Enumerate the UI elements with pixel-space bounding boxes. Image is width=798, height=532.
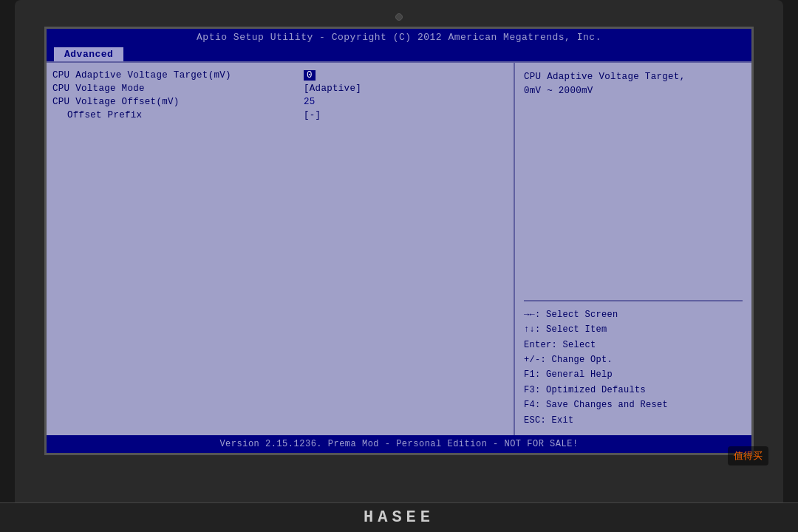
key-line: Enter: Select: [524, 338, 743, 352]
brand-label: Hasee: [364, 508, 434, 527]
key-line: F1: General Help: [524, 367, 743, 382]
key-line: +/-: Change Opt.: [524, 352, 743, 367]
bios-screen: Aptio Setup Utility - Copyright (C) 2012…: [44, 27, 754, 455]
webcam-area: [37, 13, 761, 21]
watermark-text: 值得买: [734, 450, 763, 461]
bios-footer: Version 2.15.1236. Prema Mod - Personal …: [47, 435, 751, 453]
setting-name: CPU Voltage Offset(mV): [52, 97, 304, 107]
header-title: Aptio Setup Utility - Copyright (C) 2012…: [197, 32, 601, 43]
key-line: ↑↓: Select Item: [524, 322, 743, 337]
setting-value: 0: [304, 70, 316, 81]
help-subtitle: 0mV ~ 2000mV: [524, 84, 743, 98]
table-row[interactable]: CPU Voltage Offset(mV) 25: [52, 97, 508, 107]
table-row[interactable]: CPU Adaptive Voltage Target(mV) 0: [52, 70, 508, 81]
table-row[interactable]: CPU Voltage Mode [Adaptive]: [52, 83, 508, 94]
setting-name: Offset Prefix: [52, 110, 304, 120]
table-row[interactable]: Offset Prefix [-]: [52, 110, 508, 120]
tab-bar: Advanced: [47, 46, 751, 61]
help-title: CPU Adaptive Voltage Target,: [524, 70, 743, 84]
laptop-body: Aptio Setup Utility - Copyright (C) 2012…: [15, 0, 783, 502]
setting-name: CPU Voltage Mode: [52, 83, 304, 94]
setting-value: [Adaptive]: [304, 83, 361, 94]
key-line: →←: Select Screen: [524, 307, 743, 322]
help-text: CPU Adaptive Voltage Target, 0mV ~ 2000m…: [524, 70, 743, 294]
watermark: 值得买: [728, 446, 768, 466]
left-panel: CPU Adaptive Voltage Target(mV) 0 CPU Vo…: [47, 63, 515, 435]
footer-text: Version 2.15.1236. Prema Mod - Personal …: [219, 439, 578, 449]
bios-header: Aptio Setup Utility - Copyright (C) 2012…: [47, 29, 751, 46]
divider: [524, 300, 743, 301]
bios-body: CPU Adaptive Voltage Target(mV) 0 CPU Vo…: [47, 61, 751, 435]
setting-value: 25: [304, 97, 316, 107]
key-line: ESC: Exit: [524, 413, 743, 428]
setting-value: [-]: [304, 110, 321, 120]
laptop-bottom: Hasee: [0, 502, 798, 532]
key-line: F3: Optimized Defaults: [524, 383, 743, 398]
webcam-dot: [395, 13, 403, 21]
key-help: →←: Select Screen ↑↓: Select Item Enter:…: [524, 307, 743, 428]
key-line: F4: Save Changes and Reset: [524, 398, 743, 412]
right-panel: CPU Adaptive Voltage Target, 0mV ~ 2000m…: [515, 63, 751, 435]
advanced-tab[interactable]: Advanced: [54, 47, 123, 61]
setting-name: CPU Adaptive Voltage Target(mV): [52, 70, 304, 81]
